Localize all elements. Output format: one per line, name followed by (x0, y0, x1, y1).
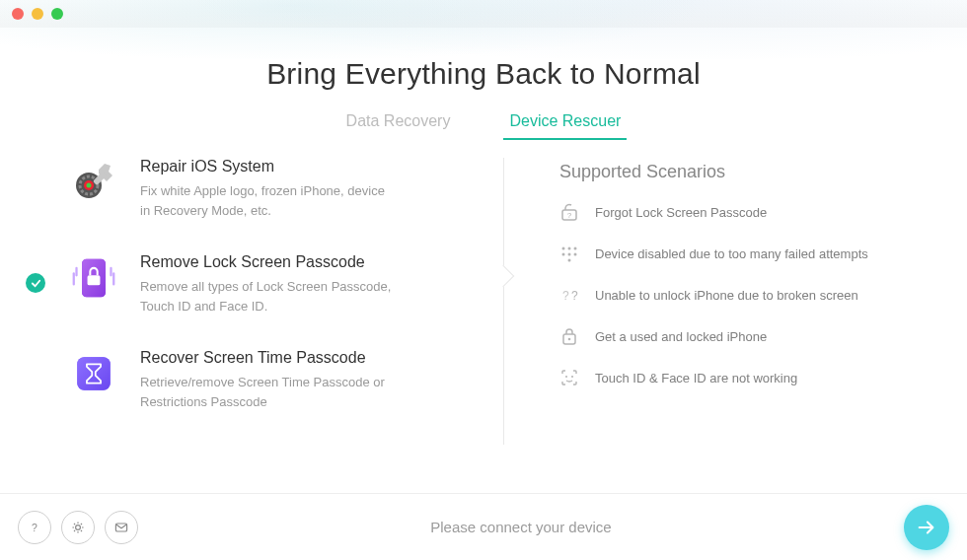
svg-point-18 (574, 247, 577, 250)
help-button[interactable]: ? (18, 511, 51, 544)
svg-text:?: ? (571, 289, 578, 303)
supported-scenarios-heading: Supported Scenarios (559, 162, 898, 182)
option-remove-desc: Remove all types of Lock Screen Passcode… (140, 277, 397, 315)
close-window-button[interactable] (12, 8, 24, 20)
svg-point-3 (87, 183, 92, 188)
lock-question-icon: ? (559, 202, 579, 222)
footer-left-buttons: ? (18, 511, 138, 544)
svg-text:?: ? (32, 523, 37, 533)
lock-icon (559, 326, 579, 346)
zoom-window-button[interactable] (51, 8, 63, 20)
scenario-item: Device disabled due to too many failed a… (559, 244, 898, 263)
window-title-bar (0, 0, 967, 28)
scenario-item: ? Forgot Lock Screen Passcode (559, 202, 898, 222)
scenario-item: Touch ID & Face ID are not working (559, 368, 898, 387)
tab-data-recovery[interactable]: Data Recovery (346, 112, 451, 140)
svg-rect-31 (115, 524, 126, 531)
scenario-text: Device disabled due to too many failed a… (595, 246, 868, 261)
page-title: Bring Everything Back to Normal (0, 57, 967, 91)
footer-status-text: Please connect your device (138, 519, 904, 535)
next-arrow-button[interactable] (904, 505, 949, 550)
svg-point-30 (76, 525, 81, 529)
scenario-text: Get a used and locked iPhone (595, 329, 767, 344)
scenario-text: Unable to unlock iPhone due to broken sc… (595, 288, 858, 303)
panels-container: Repair iOS System Fix white Apple logo, … (0, 158, 967, 445)
svg-text:?: ? (567, 211, 572, 220)
svg-point-17 (568, 247, 571, 250)
face-id-icon (559, 368, 579, 387)
tab-bar: Data Recovery Device Rescuer (0, 112, 967, 140)
scenario-text: Forgot Lock Screen Passcode (595, 205, 767, 220)
scenario-text: Touch ID & Face ID are not working (595, 371, 797, 385)
option-repair-desc: Fix white Apple logo, frozen iPhone, dev… (140, 181, 397, 220)
svg-point-16 (562, 247, 565, 250)
option-remove-lock-passcode[interactable]: Remove Lock Screen Passcode Remove all t… (69, 253, 493, 315)
svg-text:?: ? (562, 289, 569, 303)
svg-rect-13 (77, 357, 110, 389)
gear-wrench-icon (69, 158, 118, 207)
option-repair-text: Repair iOS System Fix white Apple logo, … (140, 158, 397, 220)
svg-point-28 (571, 376, 573, 378)
feedback-button[interactable] (105, 511, 138, 544)
svg-point-20 (568, 253, 571, 256)
option-repair-ios-system[interactable]: Repair iOS System Fix white Apple logo, … (69, 158, 493, 220)
options-panel: Repair iOS System Fix white Apple logo, … (69, 158, 503, 445)
scenario-item: ?? Unable to unlock iPhone due to broken… (559, 285, 898, 305)
svg-point-22 (568, 259, 571, 262)
selected-check-icon (26, 273, 45, 293)
broken-screen-icon: ?? (559, 285, 579, 305)
svg-point-21 (574, 253, 577, 256)
tab-device-rescuer[interactable]: Device Rescuer (509, 112, 621, 140)
option-recover-screen-time[interactable]: Recover Screen Time Passcode Retrieve/re… (69, 349, 493, 411)
svg-point-27 (565, 376, 567, 378)
option-recover-text: Recover Screen Time Passcode Retrieve/re… (140, 349, 397, 411)
hourglass-icon (69, 349, 118, 398)
footer-bar: ? Please connect your device (0, 493, 967, 560)
phone-lock-icon (69, 253, 118, 303)
option-repair-title: Repair iOS System (140, 158, 397, 175)
svg-point-26 (568, 338, 571, 341)
option-recover-title: Recover Screen Time Passcode (140, 349, 397, 367)
option-remove-title: Remove Lock Screen Passcode (140, 253, 397, 271)
keypad-icon (559, 244, 579, 263)
svg-point-19 (562, 253, 565, 256)
minimize-window-button[interactable] (32, 8, 43, 20)
scenario-item: Get a used and locked iPhone (559, 326, 898, 346)
option-recover-desc: Retrieve/remove Screen Time Passcode or … (140, 373, 397, 411)
option-remove-text: Remove Lock Screen Passcode Remove all t… (140, 253, 397, 315)
svg-rect-11 (88, 275, 101, 285)
scenarios-panel: Supported Scenarios ? Forgot Lock Screen… (503, 158, 898, 445)
settings-button[interactable] (61, 511, 95, 544)
main-content: Bring Everything Back to Normal Data Rec… (0, 28, 967, 493)
